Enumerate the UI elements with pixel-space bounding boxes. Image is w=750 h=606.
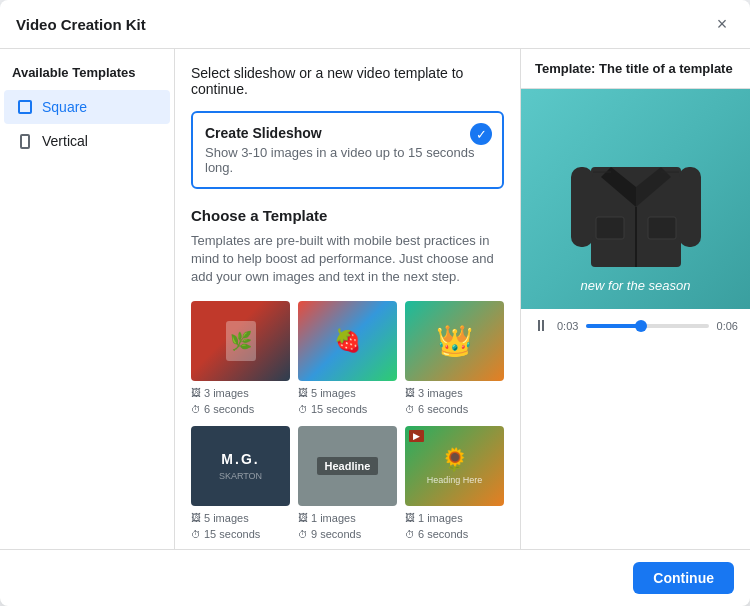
sidebar-item-label-vertical: Vertical <box>42 133 88 149</box>
svg-rect-4 <box>679 167 701 247</box>
time-total: 0:06 <box>717 320 738 332</box>
time-current: 0:03 <box>557 320 578 332</box>
template-meta-5: 🖼1 images ⏱9 seconds <box>298 510 397 543</box>
svg-rect-3 <box>571 167 593 247</box>
svg-rect-6 <box>648 217 676 239</box>
jacket-svg <box>571 117 701 282</box>
progress-fill <box>586 324 641 328</box>
template-thumb-1: 🌿 <box>191 301 290 381</box>
template-meta-2: 🖼5 images ⏱15 seconds <box>298 385 397 418</box>
preview-text: new for the season <box>521 278 750 293</box>
template-card[interactable]: M.G. SKARTON 🖼5 images ⏱15 seconds <box>191 426 290 543</box>
template-section-desc: Templates are pre-built with mobile best… <box>191 232 504 287</box>
template-section-title: Choose a Template <box>191 207 504 224</box>
modal-body: Available Templates Square Vertical Sele… <box>0 49 750 549</box>
slideshow-desc: Show 3-10 images in a video up to 15 sec… <box>205 145 490 175</box>
slideshow-option[interactable]: Create Slideshow Show 3-10 images in a v… <box>191 111 504 189</box>
selected-check-icon: ✓ <box>470 123 492 145</box>
preview-controls: ⏸ 0:03 0:06 <box>521 309 750 343</box>
template-card[interactable]: 👑 🖼3 images ⏱6 seconds <box>405 301 504 418</box>
template-card[interactable]: 🍓 🖼5 images ⏱15 seconds <box>298 301 397 418</box>
slideshow-title: Create Slideshow <box>205 125 490 141</box>
preview-image: new for the season <box>521 89 750 309</box>
template-thumb-4: M.G. SKARTON <box>191 426 290 506</box>
modal-title: Video Creation Kit <box>16 16 146 33</box>
pause-button[interactable]: ⏸ <box>533 317 549 335</box>
right-panel-title: Template: The title of a template <box>521 49 750 89</box>
sidebar: Available Templates Square Vertical <box>0 49 175 549</box>
template-thumb-5: Headline <box>298 426 397 506</box>
svg-rect-5 <box>596 217 624 239</box>
sidebar-item-label-square: Square <box>42 99 87 115</box>
template-card[interactable]: 🌿 🖼3 images ⏱6 seconds <box>191 301 290 418</box>
vertical-format-icon <box>16 132 34 150</box>
sidebar-item-vertical[interactable]: Vertical <box>4 124 170 158</box>
sidebar-item-square[interactable]: Square <box>4 90 170 124</box>
main-content: Select slideshow or a new video template… <box>175 49 520 549</box>
progress-track[interactable] <box>586 324 708 328</box>
right-panel-preview: new for the season ⏸ 0:03 0:06 <box>521 89 750 549</box>
continue-button[interactable]: Continue <box>633 562 734 594</box>
square-format-icon <box>16 98 34 116</box>
template-meta-6: 🖼1 images ⏱6 seconds <box>405 510 504 543</box>
modal-footer: Continue <box>0 549 750 606</box>
progress-thumb <box>635 320 647 332</box>
close-button[interactable]: × <box>710 12 734 36</box>
modal-header: Video Creation Kit × <box>0 0 750 49</box>
main-intro-text: Select slideshow or a new video template… <box>191 65 504 97</box>
modal-container: Video Creation Kit × Available Templates… <box>0 0 750 606</box>
template-thumb-3: 👑 <box>405 301 504 381</box>
template-meta-3: 🖼3 images ⏱6 seconds <box>405 385 504 418</box>
template-thumb-6: ▶ 🌻 Heading Here <box>405 426 504 506</box>
template-thumb-2: 🍓 <box>298 301 397 381</box>
template-meta-4: 🖼5 images ⏱15 seconds <box>191 510 290 543</box>
template-card[interactable]: ▶ 🌻 Heading Here 🖼1 images ⏱6 seconds <box>405 426 504 543</box>
sidebar-heading: Available Templates <box>0 65 174 90</box>
template-meta-1: 🖼3 images ⏱6 seconds <box>191 385 290 418</box>
template-card[interactable]: Headline 🖼1 images ⏱9 seconds <box>298 426 397 543</box>
right-panel: Template: The title of a template <box>520 49 750 549</box>
template-grid: 🌿 🖼3 images ⏱6 seconds 🍓 <box>191 301 504 543</box>
